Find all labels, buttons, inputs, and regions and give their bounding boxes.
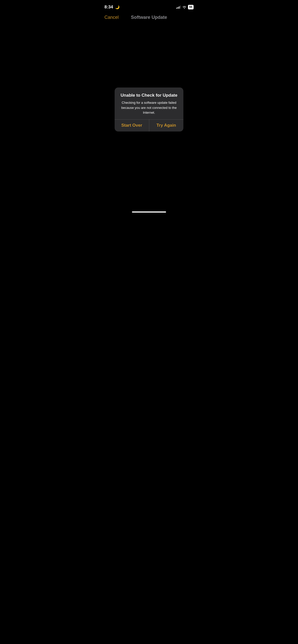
- alert-title: Unable to Check for Update: [119, 93, 179, 98]
- status-bar: 8:34 🌙 94: [99, 0, 199, 13]
- nav-bar: Cancel Software Update: [99, 13, 199, 24]
- status-time: 8:34: [104, 5, 113, 10]
- alert-dialog: Unable to Check for Update Checking for …: [115, 87, 183, 131]
- status-left: 8:34 🌙: [104, 5, 119, 10]
- start-over-button[interactable]: Start Over: [115, 119, 149, 131]
- signal-bar-1: [176, 8, 177, 9]
- alert-content: Unable to Check for Update Checking for …: [115, 87, 183, 119]
- main-content: Unable to Check for Update Checking for …: [99, 87, 199, 131]
- moon-icon: 🌙: [115, 5, 119, 9]
- battery-container: 94: [188, 5, 194, 9]
- signal-bar-3: [179, 6, 180, 9]
- page-title: Software Update: [131, 15, 167, 20]
- try-again-button[interactable]: Try Again: [149, 119, 184, 131]
- alert-actions: Start Over Try Again: [115, 119, 183, 131]
- signal-bar-2: [178, 7, 178, 9]
- signal-bar-4: [180, 6, 181, 9]
- home-indicator: [132, 211, 166, 213]
- battery-level: 94: [188, 5, 194, 9]
- cancel-button[interactable]: Cancel: [104, 15, 119, 20]
- wifi-icon: [182, 6, 186, 9]
- status-right: 94: [176, 5, 194, 9]
- alert-message: Checking for a software update failed be…: [119, 100, 179, 115]
- signal-bars-icon: [176, 6, 181, 9]
